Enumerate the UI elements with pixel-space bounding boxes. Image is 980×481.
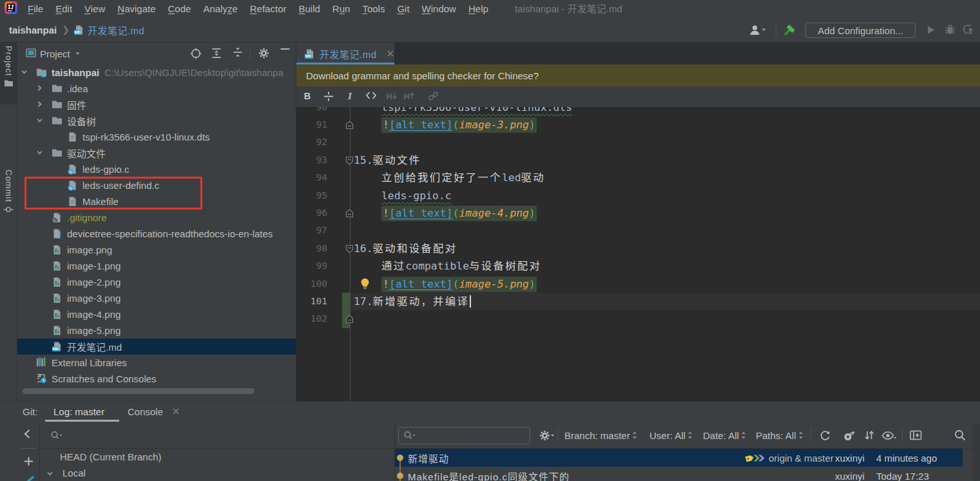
editor-tab[interactable]: MD 开发笔记.md xyxy=(296,43,394,64)
branch-row[interactable]: HEAD (Current Branch) xyxy=(40,449,394,465)
select-opened-file-icon[interactable] xyxy=(190,48,202,59)
commit-row[interactable]: Makefile是led-gpio.c同级文件下的xuxinyiToday 17… xyxy=(395,467,963,481)
menu-window[interactable]: Window xyxy=(422,3,456,14)
markdown-link[interactable]: [alt text] xyxy=(389,207,453,219)
search-icon[interactable] xyxy=(954,422,966,448)
tree-item[interactable]: image-2.png xyxy=(17,274,296,290)
new-branch-icon[interactable] xyxy=(24,456,34,466)
commits-scrollbar[interactable] xyxy=(965,422,980,481)
tree-item[interactable]: image-4.png xyxy=(17,306,296,322)
tree-item[interactable]: External Libraries xyxy=(17,355,296,371)
folder-icon xyxy=(52,83,62,93)
tree-item[interactable]: image-3.png xyxy=(17,290,296,306)
menu-help[interactable]: Help xyxy=(468,3,488,14)
chevron-right-icon[interactable] xyxy=(36,101,43,108)
breadcrumb-project[interactable]: taishanpai xyxy=(9,25,57,35)
collapse-branches-icon[interactable] xyxy=(23,429,31,439)
chevron-down-icon[interactable] xyxy=(36,117,43,124)
tree-item[interactable]: 固件 xyxy=(17,97,296,113)
filter-branch[interactable]: Branch: master xyxy=(564,422,637,448)
fold-marker-icon[interactable] xyxy=(345,121,354,130)
add-configuration-button[interactable]: Add Configuration... xyxy=(805,23,916,38)
branch-search-icon[interactable] xyxy=(50,431,63,440)
file-image-icon xyxy=(52,293,62,304)
commit-row[interactable]: 新增驱动origin & masterxuxinyi4 minutes ago xyxy=(395,449,963,467)
editor-content[interactable]: 90tspi-rk3566-user-v10-linux.dts91![alt … xyxy=(296,107,980,401)
branch-row[interactable]: Local xyxy=(40,465,394,481)
code-token: tspi-rk3566-user-v10-linux.dts xyxy=(381,107,572,113)
collapse-all-icon[interactable] xyxy=(233,48,243,57)
tree-item[interactable]: ?devicetree-specification-readthedocs-io… xyxy=(17,226,296,242)
line-number: 93 xyxy=(296,152,327,169)
filter-paths[interactable]: Paths: All xyxy=(756,422,803,448)
menu-file[interactable]: File xyxy=(28,3,43,14)
chevron-down-icon[interactable] xyxy=(46,470,53,477)
menu-build[interactable]: Build xyxy=(298,3,320,14)
line-number: 102 xyxy=(296,310,327,328)
close-tab-icon[interactable] xyxy=(387,50,394,57)
intention-bulb-icon[interactable] xyxy=(360,278,370,290)
commit-search-field[interactable] xyxy=(398,427,530,444)
fold-marker-icon[interactable] xyxy=(345,156,354,165)
log-settings-icon[interactable] xyxy=(539,422,555,448)
expand-all-icon[interactable] xyxy=(211,48,222,59)
menu-view[interactable]: View xyxy=(84,3,105,14)
menu-tools[interactable]: Tools xyxy=(362,3,385,14)
tree-item[interactable]: image-5.png xyxy=(17,322,296,339)
strikethrough-icon[interactable] xyxy=(323,91,334,102)
code-span-icon[interactable] xyxy=(365,91,377,100)
tree-item[interactable]: tspi-rk3566-user-v10-linux.dts xyxy=(17,129,296,145)
tab-console[interactable]: Console xyxy=(128,402,163,422)
refresh-icon[interactable] xyxy=(820,422,831,448)
menu-navigate[interactable]: Navigate xyxy=(117,3,155,14)
code-line: ![alt text](image-5.png) xyxy=(381,275,537,293)
stripe-button-project[interactable]: Project xyxy=(0,43,17,104)
link-icon xyxy=(428,91,439,102)
eye-icon[interactable] xyxy=(881,422,897,448)
chevron-down-icon[interactable] xyxy=(21,68,28,75)
fold-marker-icon[interactable] xyxy=(345,315,354,324)
tree-item[interactable]: image-1.png xyxy=(17,258,296,274)
chevron-right-icon[interactable] xyxy=(36,84,43,92)
menu-code[interactable]: Code xyxy=(168,3,191,14)
fold-marker-icon[interactable] xyxy=(345,244,354,253)
user-account-button[interactable] xyxy=(749,17,767,42)
fold-marker-icon[interactable] xyxy=(345,209,354,218)
tree-item[interactable]: cleds-gpio.c xyxy=(17,161,296,177)
menu-run[interactable]: Run xyxy=(332,3,351,14)
filter-user[interactable]: User: All xyxy=(649,422,693,448)
menu-analyze[interactable]: Analyze xyxy=(203,3,237,14)
tree-item[interactable]: taishanpaiC:\Users\QINGJUE\Desktop\git\t… xyxy=(17,64,296,81)
close-console-tab-icon[interactable] xyxy=(172,407,180,415)
tree-item[interactable]: 驱动文件 xyxy=(17,145,296,161)
hide-panel-icon[interactable] xyxy=(280,48,290,50)
tree-item[interactable]: 设备树 xyxy=(17,113,296,129)
stripe-button-commit[interactable]: Commit xyxy=(0,170,17,229)
build-project-button[interactable] xyxy=(782,17,796,42)
tree-item[interactable]: image.png xyxy=(17,242,296,258)
bold-icon[interactable]: B xyxy=(303,91,312,101)
run-button[interactable] xyxy=(927,17,936,42)
new-tab-icon[interactable] xyxy=(910,422,922,448)
sort-icon[interactable] xyxy=(864,422,874,448)
chevron-down-icon[interactable] xyxy=(36,149,43,156)
filter-date[interactable]: Date: All xyxy=(703,422,746,448)
cherry-pick-icon[interactable] xyxy=(843,422,855,448)
gear-icon[interactable] xyxy=(258,48,269,59)
profiler-button[interactable] xyxy=(963,17,975,42)
debug-button[interactable] xyxy=(945,17,956,42)
markdown-link[interactable]: [alt text] xyxy=(389,119,453,131)
tree-item[interactable]: .gitignore xyxy=(17,210,296,226)
breadcrumb-file[interactable]: 开发笔记.md xyxy=(88,23,145,37)
menu-edit[interactable]: Edit xyxy=(55,3,72,14)
markdown-link[interactable]: [alt text] xyxy=(389,278,453,290)
horizontal-scrollbar[interactable] xyxy=(23,388,255,394)
menu-git[interactable]: Git xyxy=(397,3,409,14)
menu-refactor[interactable]: Refactor xyxy=(250,3,287,14)
stripe-project-label: Project xyxy=(4,46,14,76)
tree-item[interactable]: MD开发笔记.md xyxy=(17,339,296,355)
tree-item[interactable]: .idea xyxy=(17,81,296,97)
project-view-selector[interactable]: Project xyxy=(40,43,81,64)
italic-icon[interactable]: I xyxy=(347,91,353,101)
tree-item[interactable]: Scratches and Consoles xyxy=(17,371,296,387)
